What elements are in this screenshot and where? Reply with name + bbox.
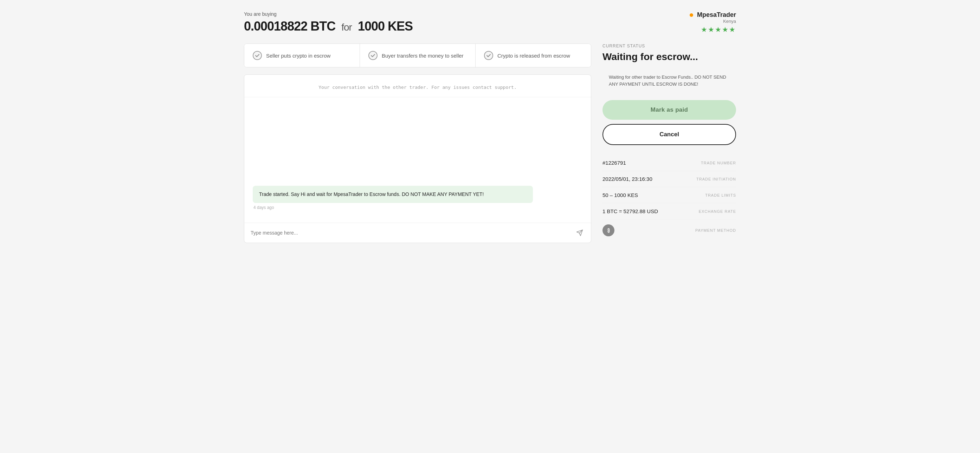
trade-initiation-key: TRADE INITIATION: [696, 177, 736, 181]
chat-box: Your conversation with the other trader.…: [244, 74, 591, 243]
step-1-label: Seller puts crypto in escrow: [266, 52, 331, 59]
trader-name: MpesaTrader: [690, 11, 736, 19]
trade-detail-number: #1226791 TRADE NUMBER: [603, 155, 736, 171]
cancel-button[interactable]: Cancel: [603, 124, 736, 145]
step-2: Buyer transfers the money to seller: [360, 44, 476, 67]
chat-notice: Your conversation with the other trader.…: [244, 75, 591, 97]
trade-initiation-value: 2022/05/01, 23:16:30: [603, 176, 652, 182]
chat-input[interactable]: [251, 230, 571, 236]
trader-country: Kenya: [690, 19, 736, 24]
left-panel: Seller puts crypto in escrow Buyer trans…: [244, 44, 591, 243]
right-panel: CURRENT STATUS Waiting for escrow... Wai…: [603, 44, 736, 241]
fiat-amount: 1000 KES: [358, 19, 413, 33]
status-label: CURRENT STATUS: [603, 44, 736, 49]
status-warning: Waiting for other trader to Escrow Funds…: [603, 68, 736, 93]
trade-amount: 0.00018822 BTC for 1000 KES: [244, 19, 413, 34]
chat-time-0: 4 days ago: [253, 205, 582, 210]
trade-detail-rate: 1 BTC = 52792.88 USD EXCHANGE RATE: [603, 203, 736, 220]
chat-input-row: [244, 223, 591, 243]
payment-method-icon: ₿: [603, 224, 614, 236]
trade-limits-key: TRADE LIMITS: [705, 193, 736, 197]
send-button[interactable]: [575, 228, 585, 238]
chat-messages: Trade started. Say Hi and wait for Mpesa…: [244, 97, 591, 223]
chat-bubble-0: Trade started. Say Hi and wait for Mpesa…: [253, 186, 533, 203]
step-1-check: [253, 51, 262, 60]
trade-number-key: TRADE NUMBER: [701, 161, 736, 165]
steps-bar: Seller puts crypto in escrow Buyer trans…: [244, 44, 591, 67]
trade-limits-value: 50 – 1000 KES: [603, 192, 638, 198]
trade-detail-initiation: 2022/05/01, 23:16:30 TRADE INITIATION: [603, 171, 736, 187]
for-word: for: [341, 22, 352, 33]
trade-detail-payment: ₿ PAYMENT METHOD: [603, 220, 736, 241]
trader-stars: ★★★★★: [690, 25, 736, 34]
trader-info: MpesaTrader Kenya ★★★★★: [690, 11, 736, 34]
you-are-buying-label: You are buying: [244, 11, 413, 17]
page-wrapper: You are buying 0.00018822 BTC for 1000 K…: [244, 11, 736, 243]
crypto-amount: 0.00018822 BTC: [244, 19, 335, 33]
mark-as-paid-button[interactable]: Mark as paid: [603, 100, 736, 120]
exchange-rate-value: 1 BTC = 52792.88 USD: [603, 208, 658, 214]
step-3-check: [484, 51, 493, 60]
exchange-rate-key: EXCHANGE RATE: [699, 209, 736, 214]
main-layout: Seller puts crypto in escrow Buyer trans…: [244, 44, 736, 243]
payment-method-key: PAYMENT METHOD: [695, 228, 736, 233]
step-2-check: [368, 51, 377, 60]
trade-detail-limits: 50 – 1000 KES TRADE LIMITS: [603, 187, 736, 203]
step-2-label: Buyer transfers the money to seller: [382, 52, 464, 59]
trade-details: #1226791 TRADE NUMBER 2022/05/01, 23:16:…: [603, 155, 736, 241]
top-row: You are buying 0.00018822 BTC for 1000 K…: [244, 11, 736, 34]
trade-number-value: #1226791: [603, 160, 626, 166]
buy-info: You are buying 0.00018822 BTC for 1000 K…: [244, 11, 413, 34]
step-3-label: Crypto is released from escrow: [497, 52, 570, 59]
step-3: Crypto is released from escrow: [476, 44, 591, 67]
status-title: Waiting for escrow...: [603, 51, 736, 62]
online-dot: [690, 13, 693, 17]
step-1: Seller puts crypto in escrow: [244, 44, 360, 67]
